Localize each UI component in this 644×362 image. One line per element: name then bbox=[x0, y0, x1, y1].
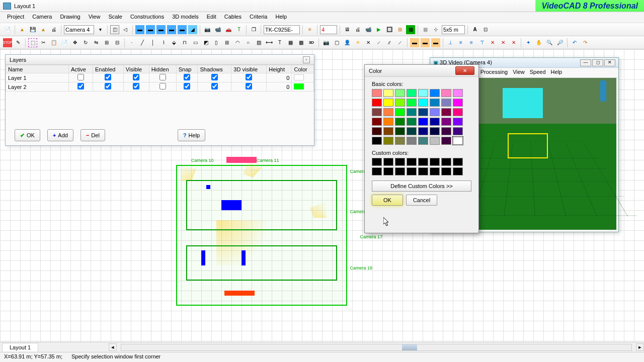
color-swatch[interactable] bbox=[383, 99, 393, 107]
pline-icon[interactable]: ⌇ bbox=[159, 38, 168, 47]
t5[interactable]: ▬ bbox=[178, 25, 187, 34]
sel-icon[interactable]: ◫ bbox=[110, 25, 119, 34]
ray-icon[interactable]: ✕ bbox=[364, 38, 373, 47]
ok-button[interactable]: OK bbox=[372, 195, 403, 206]
hscrollbar[interactable] bbox=[121, 344, 632, 351]
a2-icon[interactable]: ⫽ bbox=[385, 38, 394, 47]
t3[interactable]: ▬ bbox=[156, 25, 166, 34]
b1-icon[interactable]: ▬ bbox=[410, 38, 419, 47]
add-button[interactable]: +Add bbox=[47, 129, 73, 141]
cut-icon[interactable]: ✂ bbox=[39, 38, 48, 47]
checkbox[interactable] bbox=[77, 83, 84, 89]
wall2-icon[interactable]: ◩ bbox=[201, 38, 210, 47]
menu-help[interactable]: Help bbox=[271, 12, 291, 23]
num-combo[interactable]: 4 bbox=[320, 25, 337, 34]
lasso-icon[interactable]: ✎ bbox=[14, 38, 23, 47]
pat-icon[interactable]: ▦ bbox=[286, 38, 295, 47]
color-swatch[interactable] bbox=[395, 99, 405, 107]
checkbox[interactable] bbox=[184, 83, 190, 89]
custom-swatch[interactable] bbox=[407, 158, 417, 166]
table-row[interactable]: Layer 1 0 bbox=[6, 73, 314, 82]
new-icon[interactable]: 📄 bbox=[3, 25, 12, 34]
checkbox[interactable] bbox=[105, 74, 111, 80]
color-swatch[interactable] bbox=[418, 127, 428, 135]
b3-icon[interactable]: ▬ bbox=[431, 38, 440, 47]
t4[interactable]: ▬ bbox=[167, 25, 176, 34]
copy-icon[interactable]: ❐ bbox=[249, 25, 258, 34]
color-swatch[interactable] bbox=[407, 99, 417, 107]
zoomin-icon[interactable]: 🔍 bbox=[545, 38, 554, 47]
color-swatch[interactable] bbox=[441, 118, 451, 126]
color-swatch[interactable] bbox=[453, 118, 463, 126]
color-swatch[interactable] bbox=[453, 99, 463, 107]
color-swatch[interactable] bbox=[430, 118, 440, 126]
scroll-left[interactable]: ◂ bbox=[109, 343, 117, 351]
col-icon[interactable]: ▯ bbox=[212, 38, 221, 47]
move-icon[interactable]: ✥ bbox=[70, 38, 79, 47]
custom-swatch[interactable] bbox=[441, 158, 451, 166]
camera-combo[interactable]: Camera 4 bbox=[64, 25, 94, 34]
color-swatch[interactable] bbox=[383, 137, 393, 145]
color-swatch[interactable] bbox=[383, 118, 393, 126]
copy2-icon[interactable]: 📋 bbox=[49, 38, 58, 47]
circle-icon[interactable]: ○ bbox=[244, 38, 253, 47]
color-swatch[interactable] bbox=[441, 137, 451, 145]
a3-icon[interactable]: ⟋ bbox=[395, 38, 405, 47]
help-button[interactable]: ?Help bbox=[178, 129, 205, 141]
undo-icon[interactable]: ↶ bbox=[570, 38, 579, 47]
table-row[interactable]: Layer 2 0 bbox=[6, 82, 314, 92]
vmenu-help[interactable]: Help bbox=[551, 69, 562, 76]
color-swatch[interactable] bbox=[418, 118, 428, 126]
btn3[interactable]: ▲ bbox=[39, 25, 48, 34]
color-swatch[interactable] bbox=[395, 127, 405, 135]
list-icon[interactable]: ≡ bbox=[305, 25, 314, 34]
hatch-icon[interactable]: ▩ bbox=[296, 38, 305, 47]
custom-swatch[interactable] bbox=[372, 158, 382, 166]
custom-swatch[interactable] bbox=[418, 158, 428, 166]
zoomout-icon[interactable]: 🔎 bbox=[555, 38, 565, 47]
menu-drawing[interactable]: Drawing bbox=[56, 12, 84, 23]
tri-icon[interactable]: ◁ bbox=[121, 25, 130, 34]
menu-scale[interactable]: Scale bbox=[104, 12, 126, 23]
grid2-icon[interactable]: ⊹ bbox=[431, 25, 440, 34]
del-button[interactable]: −Del bbox=[80, 129, 105, 141]
custom-swatch[interactable] bbox=[372, 167, 382, 175]
color-swatch[interactable] bbox=[418, 89, 428, 97]
color-swatch[interactable] bbox=[395, 118, 405, 126]
close-icon[interactable]: ▫ bbox=[303, 56, 310, 63]
checkbox[interactable] bbox=[77, 74, 84, 80]
vmenu-speed[interactable]: Speed bbox=[530, 69, 546, 76]
color-swatch[interactable] bbox=[453, 127, 463, 135]
menu-camera[interactable]: Camera bbox=[28, 12, 56, 23]
print-icon[interactable]: 🖨 bbox=[49, 25, 58, 34]
checkbox[interactable] bbox=[211, 74, 218, 80]
minimize-icon[interactable]: — bbox=[580, 59, 591, 66]
cam3-icon[interactable]: 📷 bbox=[321, 38, 331, 47]
color-swatch[interactable] bbox=[418, 108, 428, 116]
fill-icon[interactable]: ▨ bbox=[254, 38, 263, 47]
tbl-icon[interactable]: ⊞ bbox=[222, 38, 231, 47]
color-swatch[interactable] bbox=[453, 108, 463, 116]
color-swatch[interactable] bbox=[372, 99, 382, 107]
color-swatch[interactable] bbox=[395, 137, 405, 145]
menu-project[interactable]: Project bbox=[3, 12, 28, 23]
color-swatch[interactable] bbox=[430, 108, 440, 116]
e5[interactable]: 🔲 bbox=[385, 25, 394, 34]
c7-icon[interactable]: ✕ bbox=[509, 38, 518, 47]
color-swatch[interactable] bbox=[294, 74, 304, 80]
ok-button[interactable]: ✔OK bbox=[15, 129, 40, 141]
c3-icon[interactable]: ≡ bbox=[467, 38, 476, 47]
color-swatch[interactable] bbox=[372, 137, 382, 145]
menu-cables[interactable]: Cables bbox=[220, 12, 246, 23]
wall-icon[interactable]: ▭ bbox=[191, 38, 200, 47]
t2[interactable]: ▬ bbox=[146, 25, 155, 34]
menu-criteria[interactable]: Criteria bbox=[246, 12, 271, 23]
btn2[interactable]: 💾 bbox=[28, 25, 37, 34]
paste-icon[interactable]: 📄 bbox=[60, 38, 69, 47]
color-swatch[interactable] bbox=[372, 127, 382, 135]
color-swatch[interactable] bbox=[407, 108, 417, 116]
color-swatch[interactable] bbox=[383, 89, 393, 97]
e7[interactable]: ▦ bbox=[406, 25, 415, 34]
snap-icon[interactable]: ✦ bbox=[524, 38, 533, 47]
custom-swatch[interactable] bbox=[407, 167, 417, 175]
